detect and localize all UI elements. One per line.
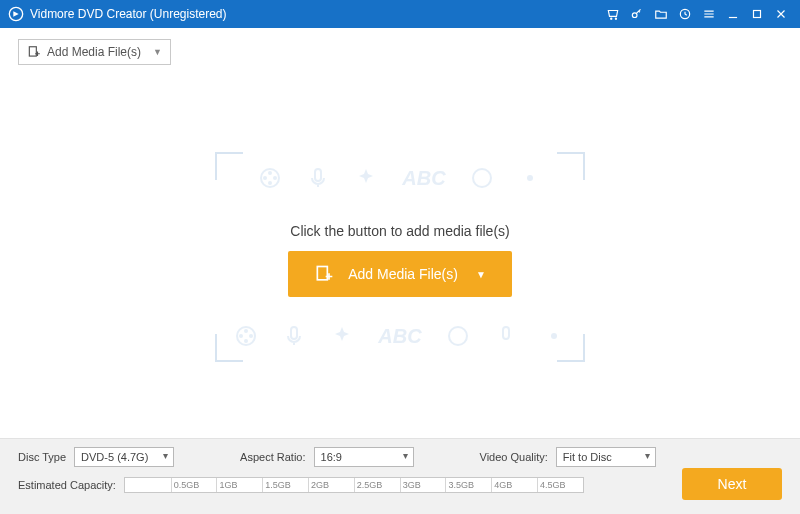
- maximize-icon[interactable]: [746, 3, 768, 25]
- svg-point-20: [244, 339, 248, 343]
- mic-icon: [494, 324, 518, 348]
- svg-point-1: [611, 18, 612, 19]
- capacity-tick: 1GB: [216, 478, 237, 492]
- minimize-icon[interactable]: [722, 3, 744, 25]
- titlebar: Vidmore DVD Creator (Unregistered): [0, 0, 800, 28]
- svg-point-2: [615, 18, 616, 19]
- menu-icon[interactable]: [698, 3, 720, 25]
- capacity-tick: 0.5GB: [171, 478, 200, 492]
- add-media-label: Add Media File(s): [348, 266, 458, 282]
- chevron-down-icon: ▼: [476, 269, 486, 280]
- add-media-label: Add Media File(s): [47, 45, 141, 59]
- aspect-ratio-value: 16:9: [321, 451, 342, 463]
- cart-icon[interactable]: [602, 3, 624, 25]
- svg-rect-23: [503, 327, 509, 339]
- disc-type-select[interactable]: DVD-5 (4.7G): [74, 447, 174, 467]
- svg-point-17: [244, 329, 248, 333]
- next-button[interactable]: Next: [682, 468, 782, 500]
- aspect-ratio-select[interactable]: 16:9: [314, 447, 414, 467]
- sparkle-icon: [518, 166, 542, 190]
- capacity-tick: 4GB: [491, 478, 512, 492]
- close-icon[interactable]: [770, 3, 792, 25]
- svg-rect-21: [291, 327, 297, 339]
- svg-point-19: [249, 334, 253, 338]
- svg-point-13: [473, 169, 491, 187]
- capacity-tick: 2GB: [308, 478, 329, 492]
- sparkle-icon: [354, 166, 378, 190]
- footer-capacity-row: Estimated Capacity: 0.5GB1GB1.5GB2GB2.5G…: [18, 477, 782, 493]
- estimated-capacity-label: Estimated Capacity:: [18, 479, 116, 491]
- svg-point-3: [632, 13, 637, 18]
- svg-point-8: [268, 171, 272, 175]
- video-quality-label: Video Quality:: [480, 451, 548, 463]
- disc-type-value: DVD-5 (4.7G): [81, 451, 148, 463]
- svg-rect-6: [29, 47, 36, 56]
- main-area: ABC Click the button to add media file(s…: [0, 76, 800, 438]
- capacity-tick: 3.5GB: [445, 478, 474, 492]
- video-quality-select[interactable]: Fit to Disc: [556, 447, 656, 467]
- capacity-tick: 3GB: [400, 478, 421, 492]
- sparkle-icon: [542, 324, 566, 348]
- toolbar: Add Media File(s) ▼: [0, 28, 800, 76]
- add-media-hint: Click the button to add media file(s): [225, 223, 575, 239]
- film-icon: [470, 166, 494, 190]
- watermark-text: ABC: [378, 325, 421, 348]
- add-media-button-large[interactable]: Add Media File(s) ▼: [288, 251, 512, 297]
- svg-point-11: [268, 181, 272, 185]
- add-file-icon: [314, 264, 334, 284]
- film-icon: [258, 166, 282, 190]
- drop-frame: ABC Click the button to add media file(s…: [215, 152, 585, 362]
- add-file-icon: [27, 45, 41, 59]
- capacity-tick: 2.5GB: [354, 478, 383, 492]
- aspect-ratio-label: Aspect Ratio:: [240, 451, 305, 463]
- svg-point-9: [263, 176, 267, 180]
- svg-point-22: [449, 327, 467, 345]
- watermark-row: ABC: [225, 166, 575, 190]
- film-icon: [234, 324, 258, 348]
- capacity-tick: 1.5GB: [262, 478, 291, 492]
- svg-point-10: [273, 176, 277, 180]
- app-name: Vidmore DVD Creator: [30, 7, 146, 21]
- mic-icon: [282, 324, 306, 348]
- watermark-text: ABC: [402, 167, 445, 190]
- registration-status: (Unregistered): [150, 7, 227, 21]
- history-icon[interactable]: [674, 3, 696, 25]
- svg-point-24: [551, 333, 557, 339]
- svg-rect-15: [318, 267, 328, 280]
- sparkle-icon: [330, 324, 354, 348]
- footer: Disc Type DVD-5 (4.7G) Aspect Ratio: 16:…: [0, 438, 800, 514]
- svg-rect-5: [754, 11, 761, 18]
- mic-icon: [306, 166, 330, 190]
- capacity-tick: 4.5GB: [537, 478, 566, 492]
- svg-rect-12: [315, 169, 321, 181]
- svg-point-18: [239, 334, 243, 338]
- watermark-row: ABC: [225, 324, 575, 348]
- chevron-down-icon: ▼: [153, 47, 162, 57]
- film-icon: [446, 324, 470, 348]
- add-media-button-small[interactable]: Add Media File(s) ▼: [18, 39, 171, 65]
- footer-settings-row: Disc Type DVD-5 (4.7G) Aspect Ratio: 16:…: [18, 447, 782, 467]
- app-title: Vidmore DVD Creator (Unregistered): [30, 7, 227, 21]
- key-icon[interactable]: [626, 3, 648, 25]
- capacity-bar: 0.5GB1GB1.5GB2GB2.5GB3GB3.5GB4GB4.5GB: [124, 477, 584, 493]
- app-logo-icon: [8, 6, 24, 22]
- video-quality-value: Fit to Disc: [563, 451, 612, 463]
- folder-icon[interactable]: [650, 3, 672, 25]
- svg-point-14: [527, 175, 533, 181]
- disc-type-label: Disc Type: [18, 451, 66, 463]
